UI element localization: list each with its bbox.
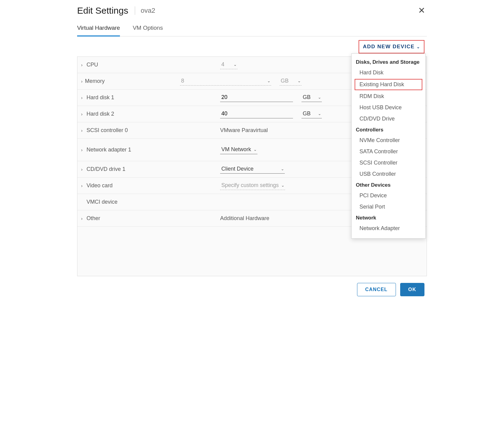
row-label: SCSI controller 0 — [87, 127, 220, 134]
chevron-down-icon: ⌄ — [233, 62, 237, 67]
video-select[interactable]: Specify custom settings ⌄ — [220, 182, 285, 190]
chevron-down-icon: ⌄ — [281, 167, 284, 171]
dropdown-item-usb-controller[interactable]: USB Controller — [352, 168, 425, 180]
dropdown-item-sata-controller[interactable]: SATA Controller — [352, 146, 425, 157]
memory-value-select[interactable]: 8 ⌄ — [180, 77, 271, 86]
expand-icon[interactable]: › — [81, 167, 87, 172]
edit-settings-dialog: Edit Settings ova2 ✕ Virtual Hardware VM… — [73, 0, 431, 302]
scsi-value: VMware Paravirtual — [220, 127, 268, 134]
hd2-unit-select[interactable]: GB ⌄ — [301, 110, 322, 118]
other-value: Additional Hardware — [220, 215, 269, 222]
dropdown-item-hard-disk[interactable]: Hard Disk — [352, 67, 425, 78]
close-icon[interactable]: ✕ — [416, 5, 427, 16]
row-label: Memory — [85, 78, 180, 84]
chevron-down-icon: ⌄ — [254, 147, 257, 152]
row-label: CPU — [87, 62, 220, 68]
dropdown-section-disks: Disks, Drives and Storage — [352, 57, 425, 67]
hd1-unit-select[interactable]: GB ⌄ — [301, 93, 322, 102]
tabs: Virtual Hardware VM Options — [77, 21, 427, 36]
add-new-device-label: ADD NEW DEVICE — [363, 44, 414, 50]
add-new-device-button[interactable]: ADD NEW DEVICE ⌄ — [359, 40, 424, 53]
vm-name: ova2 — [141, 7, 155, 15]
row-label: Hard disk 1 — [87, 94, 220, 101]
expand-icon[interactable]: › — [81, 111, 87, 117]
network-value: VM Network — [221, 146, 251, 153]
expand-icon[interactable]: › — [81, 216, 87, 221]
expand-icon[interactable]: › — [81, 128, 87, 133]
row-label: Network adapter 1 — [87, 147, 220, 153]
row-label: Video card — [87, 182, 220, 189]
dropdown-item-scsi-controller[interactable]: SCSI Controller — [352, 157, 425, 168]
row-label: CD/DVD drive 1 — [87, 166, 220, 172]
dropdown-item-network-adapter[interactable]: Network Adapter — [352, 223, 425, 234]
add-device-dropdown: Disks, Drives and Storage Hard Disk Exis… — [351, 53, 426, 239]
dropdown-item-existing-hard-disk[interactable]: Existing Hard Disk — [355, 79, 422, 90]
memory-unit-select[interactable]: GB ⌄ — [280, 77, 301, 86]
divider — [135, 6, 135, 15]
dropdown-item-cddvd-drive[interactable]: CD/DVD Drive — [352, 113, 425, 124]
cddvd-value: Client Device — [221, 166, 254, 172]
dialog-footer: CANCEL OK — [77, 276, 427, 296]
row-label: VMCI device — [87, 199, 220, 205]
expand-icon[interactable]: › — [81, 79, 85, 84]
expand-icon[interactable]: › — [81, 95, 87, 100]
hd1-unit: GB — [303, 94, 311, 100]
hd2-size-input[interactable] — [220, 110, 293, 118]
dropdown-item-rdm-disk[interactable]: RDM Disk — [352, 91, 425, 102]
chevron-down-icon: ⌄ — [281, 183, 284, 188]
chevron-down-icon: ⌄ — [298, 79, 301, 83]
row-label: Hard disk 2 — [87, 111, 220, 117]
memory-unit: GB — [281, 78, 289, 84]
chevron-down-icon: ⌄ — [267, 79, 271, 83]
memory-value: 8 — [181, 78, 184, 84]
network-select[interactable]: VM Network ⌄ — [220, 146, 257, 154]
chevron-down-icon: ⌄ — [318, 95, 321, 100]
expand-icon[interactable]: › — [81, 62, 87, 67]
dropdown-section-other-devices: Other Devices — [352, 180, 425, 190]
cpu-select[interactable]: 4 ⌄ — [220, 61, 237, 69]
expand-icon[interactable]: › — [81, 147, 87, 152]
chevron-down-icon: ⌄ — [318, 111, 321, 116]
dropdown-item-serial-port[interactable]: Serial Port — [352, 201, 425, 212]
expand-icon[interactable]: › — [81, 183, 87, 188]
dropdown-section-controllers: Controllers — [352, 124, 425, 135]
dropdown-item-pci-device[interactable]: PCI Device — [352, 190, 425, 201]
ok-button[interactable]: OK — [400, 283, 424, 296]
tab-vm-options[interactable]: VM Options — [133, 21, 163, 36]
video-value: Specify custom settings — [221, 182, 279, 189]
dialog-title: Edit Settings — [77, 5, 128, 16]
cpu-value: 4 — [221, 61, 224, 68]
dropdown-item-host-usb-device[interactable]: Host USB Device — [352, 102, 425, 113]
dropdown-section-network: Network — [352, 212, 425, 223]
dialog-header: Edit Settings ova2 ✕ — [77, 4, 427, 21]
hd2-unit: GB — [303, 110, 311, 117]
hd1-size-input[interactable] — [220, 93, 293, 102]
tab-virtual-hardware[interactable]: Virtual Hardware — [77, 21, 120, 36]
dropdown-item-nvme-controller[interactable]: NVMe Controller — [352, 135, 425, 146]
chevron-down-icon: ⌄ — [417, 45, 421, 49]
cancel-button[interactable]: CANCEL — [357, 283, 396, 296]
row-label: Other — [87, 215, 220, 222]
cddvd-select[interactable]: Client Device ⌄ — [220, 165, 285, 174]
